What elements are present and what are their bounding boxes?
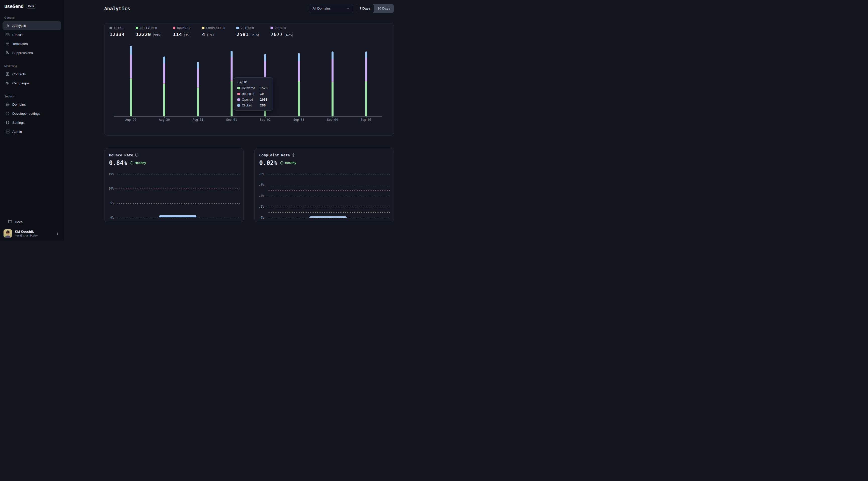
section-label: Marketing <box>0 65 64 67</box>
tooltip-row-label: Delivered <box>242 86 258 90</box>
x-axis-tick <box>265 117 266 118</box>
megaphone-icon <box>5 81 9 85</box>
tooltip-row-clicked: Clicked286 <box>237 103 270 107</box>
x-axis-label: Sep 02 <box>254 118 277 122</box>
tooltip-row-label: Clicked <box>242 104 258 107</box>
bar-segment-clicked <box>332 52 334 59</box>
sidebar-item-label: Contacts <box>12 72 26 76</box>
toggle-30-days[interactable]: 30 Days <box>374 4 394 13</box>
x-axis-label: Sep 01 <box>220 118 243 122</box>
bar-segment-delivered <box>230 81 232 116</box>
rate-area-mark <box>309 216 347 218</box>
volume-bar-sep-01[interactable] <box>230 51 232 116</box>
volume-bar-aug-31[interactable] <box>197 62 199 116</box>
domain-select[interactable]: All Domains <box>309 4 353 13</box>
y-axis-label: .2% <box>255 205 264 209</box>
sidebar-item-suppressions[interactable]: Suppressions <box>2 49 61 57</box>
bar-segment-opened <box>130 55 132 78</box>
complaint-rate-title: Complaint Rate <box>259 153 290 157</box>
legend-chip <box>237 93 240 95</box>
complaint-rate-value: 0.02% <box>259 159 277 166</box>
logo-row: useSend Beta <box>0 0 64 9</box>
volume-bar-sep-05[interactable] <box>365 52 367 116</box>
bar-segment-clicked <box>230 51 232 57</box>
user-menu-button[interactable] <box>56 231 60 235</box>
sidebar-item-admin[interactable]: Admin <box>2 127 61 136</box>
stat-complained: COMPLAINED4(0%) <box>202 26 225 37</box>
bar-segment-delivered <box>298 81 300 116</box>
volume-bar-aug-29[interactable] <box>130 46 132 116</box>
y-axis-label: 0% <box>255 216 264 219</box>
sidebar-item-campaigns[interactable]: Campaigns <box>2 79 61 87</box>
info-icon[interactable] <box>135 153 138 157</box>
kebab-icon <box>56 231 60 235</box>
section-label: General <box>0 16 64 19</box>
stat-label: COMPLAINED <box>206 26 225 30</box>
avatar-image <box>3 229 12 238</box>
y-axis-label: .4% <box>255 194 264 198</box>
sidebar-item-developer-settings[interactable]: Developer settings <box>2 109 61 118</box>
stat-label: BOUNCED <box>177 26 190 30</box>
y-axis-tick <box>265 218 267 218</box>
user-name: KM Koushik <box>15 230 38 233</box>
stat-color-dot <box>271 27 273 29</box>
x-axis-tick <box>131 117 131 118</box>
check-circle-icon <box>280 161 284 165</box>
bar-segment-opened <box>197 68 199 87</box>
stat-percent: (21%) <box>250 33 260 37</box>
sidebar-item-templates[interactable]: Templates <box>2 39 61 48</box>
user-meta: KM Koushik hey@koushik.dev <box>15 230 38 237</box>
sidebar-item-contacts[interactable]: Contacts <box>2 70 61 78</box>
complaint-rate-card: Complaint Rate 0.02% Healthy .8%.6%.4%.2… <box>254 148 394 222</box>
sidebar-item-analytics[interactable]: Analytics <box>2 21 61 30</box>
gridline <box>268 196 390 196</box>
legend-chip <box>237 98 240 101</box>
volume-bar-sep-03[interactable] <box>298 53 300 116</box>
info-icon[interactable] <box>292 153 296 157</box>
bar-segment-opened <box>230 57 232 81</box>
volume-bar-sep-04[interactable] <box>332 52 334 116</box>
header-row: Analytics All Domains 7 Days 30 Days <box>104 4 394 13</box>
sidebar-nav: GeneralAnalyticsEmailsTemplatesSuppressi… <box>0 16 64 136</box>
bar-segment-clicked <box>365 52 367 58</box>
app-logo: useSend <box>4 3 24 9</box>
bar-segment-delivered <box>332 82 334 116</box>
volume-bar-aug-30[interactable] <box>163 57 165 116</box>
bar-segment-opened <box>365 58 367 81</box>
sidebar-item-emails[interactable]: Emails <box>2 30 61 39</box>
tooltip-row-value: 19 <box>260 92 264 96</box>
y-axis-tick <box>265 196 267 196</box>
user-email: hey@koushik.dev <box>15 234 38 237</box>
sidebar-section-general: GeneralAnalyticsEmailsTemplatesSuppressi… <box>0 16 64 57</box>
chevron-down-icon <box>346 7 350 10</box>
bounce-rate-value: 0.84% <box>109 159 127 166</box>
sidebar-item-label: Suppressions <box>12 51 33 55</box>
bounce-rate-title: Bounce Rate <box>109 153 133 157</box>
stat-percent: (62%) <box>284 33 293 37</box>
stat-percent: (99%) <box>152 33 162 37</box>
user-row[interactable]: KM Koushik hey@koushik.dev <box>3 229 60 238</box>
y-axis-label: 10% <box>104 187 114 190</box>
code-icon <box>5 111 9 116</box>
x-axis-label: Sep 04 <box>321 118 344 122</box>
stat-delivered: DELIVERED12220(99%) <box>135 26 162 37</box>
tooltip-row-value: 286 <box>260 103 266 107</box>
gear-icon <box>5 121 9 125</box>
healthy-label: Healthy <box>135 161 146 165</box>
stat-value: 12334 <box>110 31 125 37</box>
sidebar-item-settings[interactable]: Settings <box>2 118 61 127</box>
sidebar-item-label: Admin <box>12 130 22 134</box>
stat-label: CLICKED <box>241 26 254 30</box>
book-open-icon <box>8 220 12 224</box>
y-axis-tick <box>265 206 267 207</box>
complaint-health-badge: Healthy <box>280 161 296 165</box>
tooltip-row-value: 1573 <box>260 86 268 90</box>
sidebar-item-docs[interactable]: Docs <box>5 218 59 226</box>
stat-color-dot <box>135 27 138 29</box>
sidebar-item-label: Emails <box>12 33 23 37</box>
toggle-7-days[interactable]: 7 Days <box>356 4 374 13</box>
sidebar-item-domains[interactable]: Domains <box>2 100 61 109</box>
stat-label: TOTAL <box>114 26 123 30</box>
stat-color-dot <box>110 27 112 29</box>
sidebar-item-label: Developer settings <box>12 112 40 116</box>
